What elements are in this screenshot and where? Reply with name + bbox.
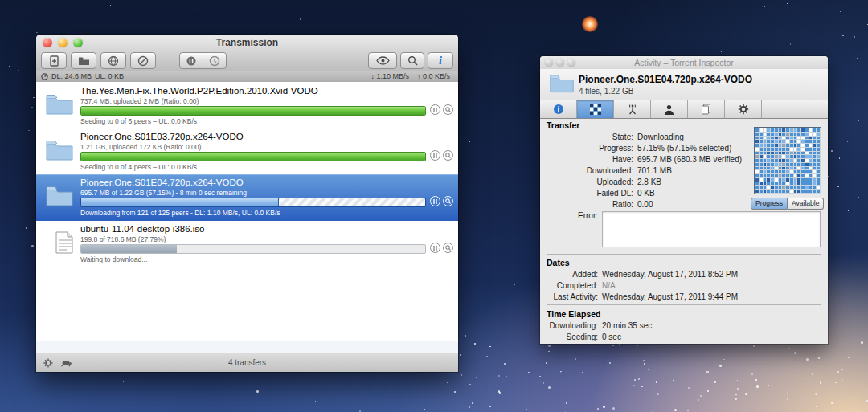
torrent-row[interactable]: The.Yes.Men.Fix.The.World.P2P.Edition.20… <box>36 83 458 128</box>
inspector-header: Pioneer.One.S01E04.720p.x264-VODO 4 file… <box>540 69 828 101</box>
pieces-bitmap <box>754 127 821 194</box>
add-torrent-icon <box>49 55 59 67</box>
dates-rows: Added:Wednesday, August 17, 2011 8:52 PM… <box>547 269 738 303</box>
torrent-status: Seeding to 0 of 6 peers – UL: 0.0 KB/s <box>80 117 197 125</box>
reveal-torrent-button[interactable] <box>443 196 453 206</box>
zoom-button[interactable] <box>73 38 83 47</box>
down-arrow-icon: ↓ <box>371 72 375 80</box>
dates-row: Last Activity:Wednesday, August 17, 2011… <box>547 292 738 303</box>
remove-button[interactable] <box>130 52 156 69</box>
torrent-name: The.Yes.Men.Fix.The.World.P2P.Edition.20… <box>80 86 318 96</box>
time-row: Downloading:20 min 35 sec <box>547 320 652 332</box>
tab-activity[interactable] <box>577 100 614 118</box>
tab-peers[interactable] <box>651 100 688 118</box>
dl-total: DL: 24.6 MB <box>51 72 92 80</box>
close-button[interactable] <box>43 38 52 47</box>
folder-icon <box>45 139 74 161</box>
torrent-details: 695.7 MB of 1.22 GB (57.15%) - 8 min 0 s… <box>80 189 247 197</box>
open-folder-button[interactable] <box>71 52 96 69</box>
eye-icon <box>376 56 390 65</box>
pause-all-button[interactable] <box>180 53 203 68</box>
inspector-torrent-info: 4 files, 1.22 GB <box>579 87 633 96</box>
pause-torrent-button[interactable] <box>430 196 440 206</box>
dates-row: Completed:N/A <box>547 280 738 292</box>
reveal-torrent-button[interactable] <box>443 243 453 253</box>
pause-icon <box>433 199 437 204</box>
transmission-toolbar: i <box>36 50 458 71</box>
inspector-titlebar[interactable]: Activity – Torrent Inspector <box>540 56 828 69</box>
info-icon: i <box>439 55 442 67</box>
gear-icon <box>738 104 749 115</box>
torrent-status: Waiting to download... <box>80 255 147 263</box>
tab-general-info[interactable] <box>540 100 577 118</box>
inspector-torrent-name: Pioneer.One.S01E04.720p.x264-VODO <box>579 74 752 85</box>
error-box[interactable] <box>602 211 821 247</box>
quicklook-button[interactable] <box>368 52 397 69</box>
progress-bar <box>80 152 426 161</box>
torrent-status: Downloading from 121 of 125 peers - DL: … <box>80 209 280 217</box>
reveal-torrent-button[interactable] <box>443 150 453 161</box>
pause-resume-group <box>179 52 227 69</box>
time-elapsed-heading: Time Elapsed <box>547 309 601 319</box>
error-label: Error: <box>547 211 602 247</box>
transmission-statusbar: DL: 24.6 MB UL: 0 KB ↓ 1.10 MB/s ↑ 0.0 K… <box>36 71 458 83</box>
person-icon <box>664 104 674 115</box>
window-title: Transmission <box>216 37 278 48</box>
pause-torrent-button[interactable] <box>430 150 440 161</box>
resume-all-button[interactable] <box>203 53 226 68</box>
tab-options[interactable] <box>725 100 762 118</box>
folder-icon <box>45 185 74 207</box>
torrent-row[interactable]: Pioneer.One.S01E03.720p.x264-VODO 1.21 G… <box>36 128 458 174</box>
progress-bar <box>80 106 426 116</box>
tab-files[interactable] <box>688 100 725 118</box>
torrent-details: 199.8 of 718.6 MB (27.79%) <box>80 235 166 243</box>
transfer-row: Ratio:0.00 <box>547 199 742 210</box>
file-icon <box>50 231 79 254</box>
pieces-progress-button[interactable]: Progress <box>751 198 788 210</box>
pause-icon <box>433 108 437 112</box>
zoom-button[interactable] <box>567 59 575 67</box>
dates-heading: Dates <box>547 258 570 267</box>
dates-row: Added:Wednesday, August 17, 2011 8:52 PM <box>547 269 738 280</box>
tabbar-spacer <box>762 100 828 118</box>
progress-bar <box>80 198 426 207</box>
torrent-list: The.Yes.Men.Fix.The.World.P2P.Edition.20… <box>36 82 458 353</box>
separator <box>547 304 821 305</box>
window-title: Activity – Torrent Inspector <box>634 58 734 67</box>
transmission-window: Transmission <box>36 35 458 372</box>
magnifier-icon <box>445 153 451 158</box>
minimize-button[interactable] <box>58 38 68 47</box>
transfer-row: Have:695.7 MB (680.3 MB verified) <box>547 154 742 165</box>
tab-trackers[interactable] <box>614 100 651 118</box>
torrent-details: 737.4 MB, uploaded 2 MB (Ratio: 0.00) <box>80 97 199 105</box>
stats-icon[interactable] <box>41 73 48 80</box>
torrent-details: 1.21 GB, uploaded 172 KB (Ratio: 0.00) <box>80 143 201 151</box>
orange-star <box>582 16 598 32</box>
transfer-row: Failed DL:0 KB <box>547 188 742 199</box>
transmission-bottombar: 4 transfers <box>36 353 458 372</box>
progress-bar <box>80 244 426 254</box>
pause-torrent-button[interactable] <box>430 243 440 253</box>
reveal-torrent-button[interactable] <box>443 104 453 115</box>
transfer-row: State:Downloading <box>547 132 742 143</box>
separator <box>547 254 821 255</box>
transmission-titlebar[interactable]: Transmission <box>36 35 458 50</box>
transfer-heading: Transfer <box>547 120 579 130</box>
torrent-row-selected[interactable]: Pioneer.One.S01E04.720p.x264-VODO 695.7 … <box>36 174 458 221</box>
antenna-icon <box>627 104 638 115</box>
magnifier-icon <box>445 198 451 204</box>
pieces-available-button[interactable]: Available <box>788 198 824 210</box>
open-web-button[interactable] <box>100 52 126 69</box>
minimize-button[interactable] <box>556 59 564 67</box>
inspector-button[interactable]: i <box>428 52 453 69</box>
torrent-row[interactable]: ubuntu-11.04-desktop-i386.iso 199.8 of 7… <box>36 221 458 267</box>
filter-search-button[interactable] <box>400 52 424 69</box>
resume-all-icon <box>209 55 220 67</box>
up-arrow-icon: ↑ <box>417 72 421 80</box>
inspector-activity-panel: Transfer State:Downloading Progress:57.1… <box>540 118 828 344</box>
close-button[interactable] <box>545 59 553 67</box>
pause-torrent-button[interactable] <box>430 104 440 115</box>
inspector-tabs <box>540 100 828 119</box>
add-torrent-button[interactable] <box>41 52 67 69</box>
pieces-view-switch: Progress Available <box>751 198 824 210</box>
